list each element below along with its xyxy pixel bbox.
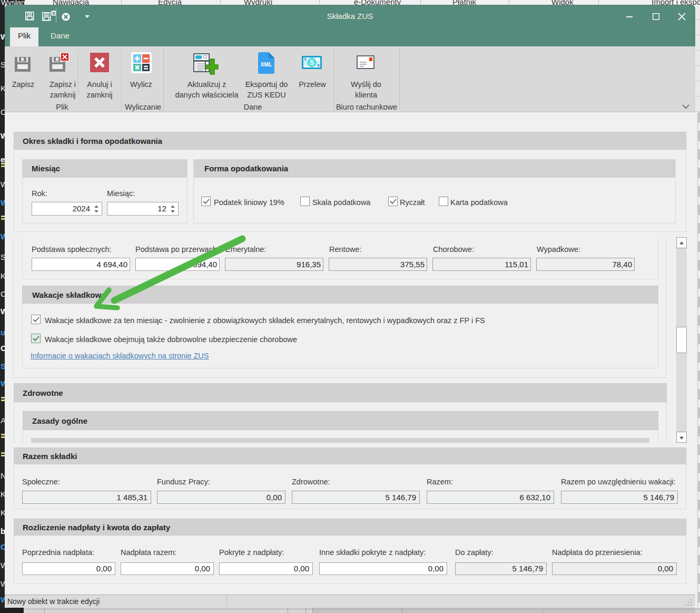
svg-text:5: 5 xyxy=(317,63,320,68)
svg-text:5: 5 xyxy=(310,59,313,66)
svg-text:5: 5 xyxy=(304,57,307,62)
svg-text:XML: XML xyxy=(260,61,272,67)
